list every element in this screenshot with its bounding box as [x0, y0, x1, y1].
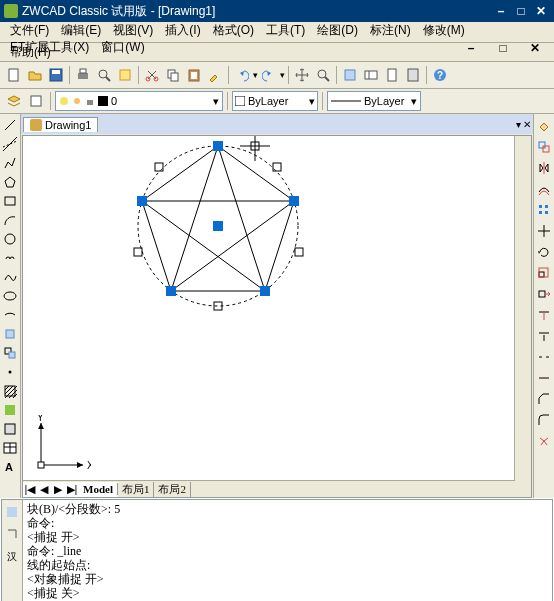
redo-button[interactable]	[259, 65, 279, 85]
cut-button[interactable]	[142, 65, 162, 85]
stretch-tool[interactable]	[534, 284, 554, 304]
break-tool[interactable]	[534, 347, 554, 367]
draw-toolbar: A	[0, 114, 21, 498]
menu-draw[interactable]: 绘图(D)	[311, 22, 364, 39]
tool-palette-button[interactable]	[382, 65, 402, 85]
xline-tool[interactable]	[1, 135, 19, 153]
new-button[interactable]	[4, 65, 24, 85]
offset-tool[interactable]	[534, 179, 554, 199]
region-tool[interactable]	[1, 420, 19, 438]
horizontal-scrollbar[interactable]: |◀ ◀ ▶ ▶| Model 布局1 布局2	[23, 480, 515, 497]
menu-window[interactable]: 窗口(W)	[95, 39, 150, 56]
table-tool[interactable]	[1, 439, 19, 457]
close-button[interactable]: ✕	[532, 4, 550, 18]
cmd-tool-3[interactable]: 汉	[2, 546, 22, 566]
layer-props-button[interactable]	[4, 91, 24, 111]
tab-close-icon[interactable]: ✕	[523, 119, 531, 130]
menu-insert[interactable]: 插入(I)	[159, 22, 206, 39]
pan-button[interactable]	[292, 65, 312, 85]
layer-filter-button[interactable]	[26, 91, 46, 111]
command-history[interactable]: 块(B)/<分段数>: 5命令:<捕捉 开>命令: _line线的起始点:<对象…	[23, 500, 552, 601]
menu-file[interactable]: 文件(F)	[4, 22, 55, 39]
publish-button[interactable]	[115, 65, 135, 85]
insert-block-tool[interactable]	[1, 325, 19, 343]
save-button[interactable]	[46, 65, 66, 85]
tab-nav-prev[interactable]: ◀	[37, 483, 51, 496]
menu-modify[interactable]: 修改(M)	[417, 22, 471, 39]
doc-tab-drawing1[interactable]: Drawing1	[23, 117, 98, 132]
chamfer-tool[interactable]	[534, 389, 554, 409]
vertical-scrollbar[interactable]	[514, 136, 531, 481]
tab-nav-first[interactable]: |◀	[23, 483, 37, 496]
print-button[interactable]	[73, 65, 93, 85]
mdi-maximize-button[interactable]: □	[488, 41, 518, 55]
properties-button[interactable]	[340, 65, 360, 85]
match-prop-button[interactable]	[205, 65, 225, 85]
revcloud-tool[interactable]	[1, 249, 19, 267]
ellipse-arc-tool[interactable]	[1, 306, 19, 324]
preview-button[interactable]	[94, 65, 114, 85]
point-tool[interactable]	[1, 363, 19, 381]
gradient-tool[interactable]	[1, 401, 19, 419]
cmd-tool-2[interactable]	[2, 524, 22, 544]
zoom-button[interactable]	[313, 65, 333, 85]
tab-pin-icon[interactable]: ▾	[516, 119, 521, 130]
mirror-tool[interactable]	[534, 158, 554, 178]
rectangle-tool[interactable]	[1, 192, 19, 210]
drawing-canvas[interactable]: X Y |◀ ◀ ▶ ▶| Model 布局1 布局2	[22, 135, 532, 498]
arc-tool[interactable]	[1, 211, 19, 229]
mdi-minimize-button[interactable]: –	[456, 41, 486, 55]
scale-tool[interactable]	[534, 263, 554, 283]
undo-button[interactable]	[232, 65, 252, 85]
linetype-dropdown[interactable]: ByLayer ▾	[327, 91, 421, 111]
svg-line-15	[325, 77, 329, 81]
svg-rect-19	[388, 69, 396, 81]
copy-button[interactable]	[163, 65, 183, 85]
rotate-tool[interactable]	[534, 242, 554, 262]
minimize-button[interactable]: –	[492, 4, 510, 18]
menu-view[interactable]: 视图(V)	[107, 22, 159, 39]
array-tool[interactable]	[534, 200, 554, 220]
layer-dropdown[interactable]: 0 ▾	[55, 91, 223, 111]
undo-dropdown[interactable]: ▾	[253, 70, 258, 80]
mdi-close-button[interactable]: ✕	[520, 41, 550, 55]
explode-tool[interactable]	[534, 431, 554, 451]
mtext-tool[interactable]: A	[1, 458, 19, 476]
menu-help[interactable]: 帮助(H)	[4, 44, 57, 61]
copy-tool[interactable]	[534, 137, 554, 157]
paste-button[interactable]	[184, 65, 204, 85]
menu-format[interactable]: 格式(O)	[207, 22, 260, 39]
move-tool[interactable]	[534, 221, 554, 241]
lock-icon	[85, 96, 95, 106]
calculator-button[interactable]	[403, 65, 423, 85]
make-block-tool[interactable]	[1, 344, 19, 362]
menu-dimension[interactable]: 标注(N)	[364, 22, 417, 39]
svg-rect-62	[273, 163, 281, 171]
erase-tool[interactable]	[534, 116, 554, 136]
line-tool[interactable]	[1, 116, 19, 134]
open-button[interactable]	[25, 65, 45, 85]
polygon-tool[interactable]	[1, 173, 19, 191]
color-dropdown[interactable]: ByLayer ▾	[232, 91, 318, 111]
join-tool[interactable]	[534, 368, 554, 388]
hatch-tool[interactable]	[1, 382, 19, 400]
ellipse-tool[interactable]	[1, 287, 19, 305]
help-button[interactable]: ?	[430, 65, 450, 85]
spline-tool[interactable]	[1, 268, 19, 286]
extend-tool[interactable]	[534, 326, 554, 346]
polyline-tool[interactable]	[1, 154, 19, 172]
tab-nav-last[interactable]: ▶|	[65, 483, 79, 496]
circle-tool[interactable]	[1, 230, 19, 248]
trim-tool[interactable]	[534, 305, 554, 325]
tab-nav-next[interactable]: ▶	[51, 483, 65, 496]
menu-tools[interactable]: 工具(T)	[260, 22, 311, 39]
menu-edit[interactable]: 编辑(E)	[55, 22, 107, 39]
sheet-tab-model[interactable]: Model	[79, 483, 118, 495]
fillet-tool[interactable]	[534, 410, 554, 430]
cmd-tool-1[interactable]	[2, 502, 22, 522]
redo-dropdown[interactable]: ▾	[280, 70, 285, 80]
maximize-button[interactable]: □	[512, 4, 530, 18]
sheet-tab-layout2[interactable]: 布局2	[154, 482, 191, 497]
design-center-button[interactable]	[361, 65, 381, 85]
sheet-tab-layout1[interactable]: 布局1	[118, 482, 155, 497]
